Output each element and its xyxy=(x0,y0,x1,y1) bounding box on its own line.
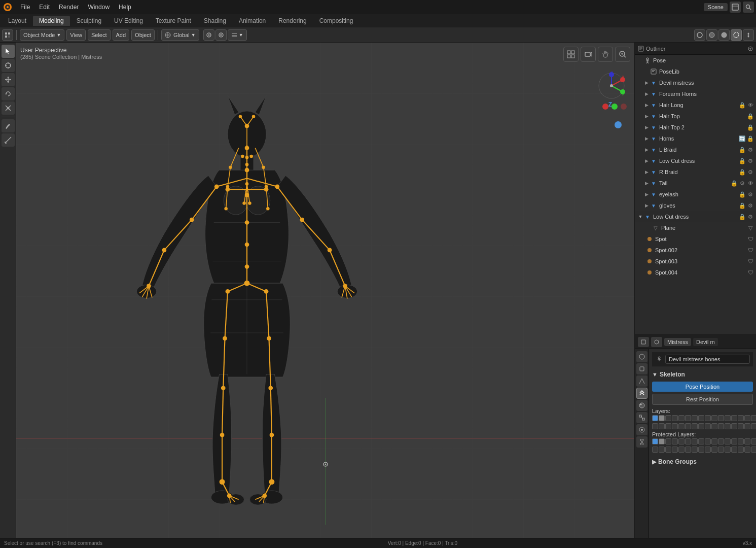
prot-layer-dot-13[interactable] xyxy=(738,438,744,444)
layer-dot-3[interactable] xyxy=(672,415,678,421)
layer-dot-0[interactable] xyxy=(652,415,658,421)
select-menu-btn[interactable]: Select xyxy=(88,29,111,41)
layer-dot-12[interactable] xyxy=(731,415,737,421)
prot-layer-dot-18[interactable] xyxy=(665,447,671,453)
shading-rendered-btn[interactable] xyxy=(718,29,730,41)
layer-dot-11[interactable] xyxy=(725,415,731,421)
cursor-tool[interactable] xyxy=(2,59,15,72)
layer-dot-1[interactable] xyxy=(659,415,665,421)
prop-scene-tab[interactable] xyxy=(636,351,647,362)
rotate-tool[interactable] xyxy=(2,87,15,100)
layer-dot-16[interactable] xyxy=(652,423,658,429)
layer-dot-29[interactable] xyxy=(738,423,744,429)
measure-tool[interactable] xyxy=(2,133,15,147)
prop-type-selector[interactable] xyxy=(651,337,662,347)
layer-dot-13[interactable] xyxy=(738,415,744,421)
scene-selector[interactable]: Scene xyxy=(704,3,728,11)
prop-constraint-tab[interactable] xyxy=(636,412,647,423)
prot-layer-dot-14[interactable] xyxy=(744,438,750,444)
tab-layout[interactable]: Layout xyxy=(2,16,32,26)
prot-layer-dot-24[interactable] xyxy=(705,447,711,453)
layer-dot-31[interactable] xyxy=(751,423,756,429)
snap-toggle[interactable] xyxy=(203,29,214,41)
prot-layer-dot-2[interactable] xyxy=(665,438,671,444)
layer-dot-20[interactable] xyxy=(678,423,685,429)
prot-layer-dot-3[interactable] xyxy=(672,438,678,444)
prot-layer-dot-0[interactable] xyxy=(652,438,658,444)
prot-layer-dot-29[interactable] xyxy=(738,447,744,453)
prot-layer-dot-6[interactable] xyxy=(692,438,698,444)
prop-object-tab[interactable] xyxy=(636,363,647,374)
menu-help[interactable]: Help xyxy=(115,3,135,12)
menu-render[interactable]: Render xyxy=(55,3,83,12)
skeleton-header[interactable]: ▼ Skeleton xyxy=(652,369,753,380)
blender-logo[interactable] xyxy=(2,2,13,13)
outliner-item-forearm-horns[interactable]: ▶ ▼ Forearm Horns xyxy=(635,88,756,99)
outliner-item-low-cut-dress-parent[interactable]: ▼ ▼ Low Cut dress 🔒 ⚙ xyxy=(635,211,756,222)
shading-solid-btn[interactable] xyxy=(694,29,705,41)
layer-dot-23[interactable] xyxy=(698,423,704,429)
prot-layer-dot-21[interactable] xyxy=(685,447,691,453)
prot-layer-dot-26[interactable] xyxy=(718,447,724,453)
layer-dot-28[interactable] xyxy=(731,423,737,429)
layer-dot-8[interactable] xyxy=(705,415,711,421)
prot-layer-dot-15[interactable] xyxy=(751,438,756,444)
layer-dot-6[interactable] xyxy=(692,415,698,421)
layer-dot-30[interactable] xyxy=(744,423,750,429)
annotate-tool[interactable] xyxy=(2,119,15,132)
prot-layer-dot-27[interactable] xyxy=(725,447,731,453)
devil-tab[interactable]: Devil m xyxy=(693,338,718,346)
prot-layer-dot-17[interactable] xyxy=(659,447,665,453)
layer-dot-7[interactable] xyxy=(698,415,704,421)
prot-layer-dot-1[interactable] xyxy=(659,438,665,444)
outliner-item-spot-003[interactable]: Spot.003 🛡 xyxy=(635,256,756,267)
scale-tool[interactable] xyxy=(2,101,15,115)
prop-modifier-tab[interactable] xyxy=(636,375,647,387)
tab-compositing[interactable]: Compositing xyxy=(313,16,359,26)
prop-material-tab[interactable] xyxy=(636,400,647,411)
armature-name-input[interactable] xyxy=(665,355,750,364)
outliner-item-gloves[interactable]: ▶ ▼ gloves 🔒 ⚙ xyxy=(635,200,756,211)
layer-dot-5[interactable] xyxy=(685,415,691,421)
outliner-item-spot-004[interactable]: Spot.004 🛡 xyxy=(635,267,756,278)
layer-dot-21[interactable] xyxy=(685,423,691,429)
prot-layer-dot-19[interactable] xyxy=(672,447,678,453)
rest-position-btn[interactable]: Rest Position xyxy=(652,394,753,405)
layer-dot-22[interactable] xyxy=(692,423,698,429)
nav-zoom-btn[interactable] xyxy=(615,47,630,62)
menu-window[interactable]: Window xyxy=(84,3,114,12)
layer-dot-18[interactable] xyxy=(665,423,671,429)
tab-animation[interactable]: Animation xyxy=(233,16,272,26)
tab-sculpting[interactable]: Sculpting xyxy=(70,16,107,26)
menu-file[interactable]: File xyxy=(16,3,34,12)
prot-layer-dot-20[interactable] xyxy=(678,447,685,453)
prot-layer-dot-30[interactable] xyxy=(744,447,750,453)
layer-dot-9[interactable] xyxy=(711,415,717,421)
layer-dot-19[interactable] xyxy=(672,423,678,429)
outliner-item-spot-002[interactable]: Spot.002 🛡 xyxy=(635,245,756,256)
tab-rendering[interactable]: Rendering xyxy=(272,16,312,26)
outliner-item-tail[interactable]: ▶ ▼ Tail 🔒 ⚙ 👁 xyxy=(635,178,756,189)
prot-layer-dot-25[interactable] xyxy=(711,447,717,453)
scene-icon[interactable] xyxy=(730,2,741,13)
layer-dot-4[interactable] xyxy=(678,415,685,421)
layer-dot-17[interactable] xyxy=(659,423,665,429)
layer-dot-26[interactable] xyxy=(718,423,724,429)
outliner-item-spot[interactable]: Spot 🛡 xyxy=(635,233,756,245)
prot-layer-dot-23[interactable] xyxy=(698,447,704,453)
overlay-dropdown[interactable]: ▼ xyxy=(228,29,247,41)
outliner-item-l-braid[interactable]: ▶ ▼ L Braid 🔒 ⚙ xyxy=(635,144,756,155)
outliner-item-hair-top-2[interactable]: ▶ ▼ Hair Top 2 🔒 xyxy=(635,122,756,133)
prop-bone-tab[interactable] xyxy=(636,436,647,448)
search-icon[interactable] xyxy=(743,2,754,13)
shading-wireframe-btn[interactable] xyxy=(731,29,742,41)
add-menu-btn[interactable]: Add xyxy=(113,29,130,41)
pose-position-btn[interactable]: Pose Position xyxy=(652,382,753,392)
tab-modeling[interactable]: Modeling xyxy=(33,16,70,26)
prot-layer-dot-28[interactable] xyxy=(731,447,737,453)
tab-shading[interactable]: Shading xyxy=(198,16,232,26)
tab-texture-paint[interactable]: Texture Paint xyxy=(150,16,197,26)
outliner-item-devil-mistress[interactable]: ▶ ▼ Devil mistress xyxy=(635,77,756,88)
prot-layer-dot-16[interactable] xyxy=(652,447,658,453)
prot-layer-dot-7[interactable] xyxy=(698,438,704,444)
